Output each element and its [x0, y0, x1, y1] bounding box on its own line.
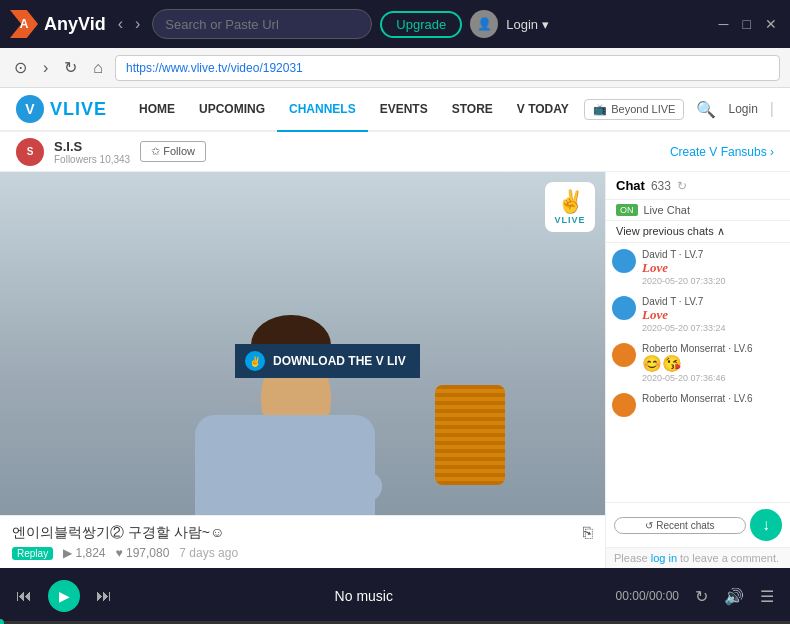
toy-figure: [435, 385, 505, 485]
chat-body: Roberto Monserrat · LV.6: [642, 393, 784, 417]
title-bar: A AnyVid ‹ › Upgrade 👤 Login ▾ ─ □ ✕: [0, 0, 790, 48]
channel-followers: Followers 10,343: [54, 154, 130, 165]
chat-message: Roberto Monserrat · LV.6 😊😘 2020-05-20 0…: [612, 343, 784, 383]
nav-arrows: ‹ ›: [114, 13, 145, 35]
chat-time: 2020-05-20 07:36:46: [642, 373, 784, 383]
video-player[interactable]: ✌ VLIVE ✌ DOWNLOAD THE V LIV ⏸ 🔊 ━━━ 00:…: [0, 172, 605, 515]
logo-icon: A: [10, 10, 38, 38]
back-button[interactable]: ⊙: [10, 56, 31, 79]
nav-beyond-live[interactable]: 📺Beyond LIVE: [584, 99, 684, 120]
nav-separator: |: [770, 100, 774, 118]
chat-text: Love: [642, 260, 784, 276]
music-time: 00:00/00:00: [616, 589, 679, 603]
chat-username: Roberto Monserrat · LV.6: [642, 393, 784, 404]
nav-item-events[interactable]: EVENTS: [368, 88, 440, 132]
live-chat-label: Live Chat: [644, 204, 690, 216]
nav-item-channels[interactable]: CHANNELS: [277, 88, 368, 132]
forward-button[interactable]: ›: [39, 57, 52, 79]
chat-username: David T · LV.7: [642, 296, 784, 307]
chat-body: David T · LV.7 Love 2020-05-20 07:33:24: [642, 296, 784, 333]
avatar: 👤: [470, 10, 498, 38]
chat-time: 2020-05-20 07:33:20: [642, 276, 784, 286]
video-area: ✌ VLIVE ✌ DOWNLOAD THE V LIV ⏸ 🔊 ━━━ 00:…: [0, 172, 605, 568]
video-background: ✌ VLIVE ✌ DOWNLOAD THE V LIV: [0, 172, 605, 515]
video-meta: Replay ▶ 1,824 ♥ 197,080 7 days ago: [12, 546, 593, 560]
chat-panel: Chat 633 ↻ ON Live Chat View previous ch…: [605, 172, 790, 568]
play-button[interactable]: ▶: [48, 580, 80, 612]
chat-avatar: [612, 393, 636, 417]
channel-name: S.I.S: [54, 139, 130, 154]
forward-arrow[interactable]: ›: [131, 13, 144, 35]
chat-message: Roberto Monserrat · LV.6: [612, 393, 784, 417]
nav-item-home[interactable]: HOME: [127, 88, 187, 132]
window-controls: ─ □ ✕: [716, 16, 780, 32]
app-logo: A AnyVid: [10, 10, 106, 38]
minimize-button[interactable]: ─: [716, 16, 732, 32]
chat-login-prompt: Please log in to leave a comment.: [614, 552, 779, 564]
chat-header: Chat 633 ↻: [606, 172, 790, 200]
chat-avatar: [612, 296, 636, 320]
create-fansubs-link[interactable]: Create V Fansubs ›: [670, 145, 774, 159]
download-banner-text: DOWNLOAD THE V LIV: [273, 354, 406, 368]
chat-avatar: [612, 249, 636, 273]
search-bar[interactable]: [152, 9, 372, 39]
like-count: ♥ 197,080: [116, 546, 170, 560]
search-input[interactable]: [165, 17, 359, 32]
chat-time: 2020-05-20 07:33:24: [642, 323, 784, 333]
share-button[interactable]: ⎘: [583, 524, 593, 542]
time-ago: 7 days ago: [179, 546, 238, 560]
vlive-logo: V VLIVE: [16, 95, 107, 123]
prev-button[interactable]: ⏮: [16, 587, 32, 605]
refresh-button[interactable]: ↻: [60, 56, 81, 79]
download-banner-icon: ✌: [245, 351, 265, 371]
chat-avatar: [612, 343, 636, 367]
chat-text: 😊😘: [642, 354, 784, 373]
next-button[interactable]: ⏭: [96, 587, 112, 605]
nav-item-store[interactable]: STORE: [440, 88, 505, 132]
nav-login[interactable]: Login: [728, 102, 757, 116]
view-count: ▶ 1,824: [63, 546, 105, 560]
chat-refresh-icon[interactable]: ↻: [677, 179, 687, 193]
vlive-logo-icon: V: [16, 95, 44, 123]
view-previous-chats[interactable]: View previous chats ∧: [606, 221, 790, 243]
chat-login-link[interactable]: log in: [651, 552, 677, 564]
maximize-button[interactable]: □: [740, 16, 754, 32]
chat-footer: ↺ Recent chats ↓: [606, 502, 790, 547]
vlive-navigation: V VLIVE HOME UPCOMING CHANNELS EVENTS ST…: [0, 88, 790, 132]
app-name: AnyVid: [44, 14, 106, 35]
chat-title: Chat: [616, 178, 645, 193]
channel-avatar: S: [16, 138, 44, 166]
music-progress-dot: [0, 619, 4, 624]
back-arrow[interactable]: ‹: [114, 13, 127, 35]
on-badge: ON: [616, 204, 638, 216]
address-bar: ⊙ › ↻ ⌂: [0, 48, 790, 88]
chat-messages: David T · LV.7 Love 2020-05-20 07:33:20 …: [606, 243, 790, 502]
login-button[interactable]: Login ▾: [506, 17, 548, 32]
nav-item-vtoday[interactable]: V TODAY: [505, 88, 581, 132]
channel-info: S.I.S Followers 10,343: [54, 139, 130, 165]
search-icon[interactable]: 🔍: [696, 100, 716, 119]
chat-mode: ON Live Chat: [606, 200, 790, 221]
upgrade-button[interactable]: Upgrade: [380, 11, 462, 38]
download-banner[interactable]: ✌ DOWNLOAD THE V LIV: [235, 344, 420, 378]
nav-item-upcoming[interactable]: UPCOMING: [187, 88, 277, 132]
vlive-logo-text: VLIVE: [50, 99, 107, 120]
close-button[interactable]: ✕: [762, 16, 780, 32]
chat-message: David T · LV.7 Love 2020-05-20 07:33:24: [612, 296, 784, 333]
playlist-button[interactable]: ☰: [760, 587, 774, 606]
chat-count: 633: [651, 179, 671, 193]
recent-chats-button[interactable]: ↺ Recent chats: [614, 517, 746, 534]
chat-username: David T · LV.7: [642, 249, 784, 260]
video-title: 엔이의블럭쌍기② 구경할 사람~☺: [12, 524, 224, 542]
repeat-button[interactable]: ↻: [695, 587, 708, 606]
nav-right: 📺Beyond LIVE 🔍 Login |: [584, 99, 774, 120]
url-field[interactable]: [115, 55, 780, 81]
channel-header: S S.I.S Followers 10,343 ✩ Follow Create…: [0, 132, 790, 172]
follow-button[interactable]: ✩ Follow: [140, 141, 206, 162]
music-player: ⏮ ▶ ⏭ No music 00:00/00:00 ↻ 🔊 ☰: [0, 568, 790, 624]
download-button[interactable]: ↓: [750, 509, 782, 541]
volume-button[interactable]: 🔊: [724, 587, 744, 606]
vlive-watermark: ✌ VLIVE: [545, 182, 595, 232]
chat-body: Roberto Monserrat · LV.6 😊😘 2020-05-20 0…: [642, 343, 784, 383]
home-button[interactable]: ⌂: [89, 57, 107, 79]
